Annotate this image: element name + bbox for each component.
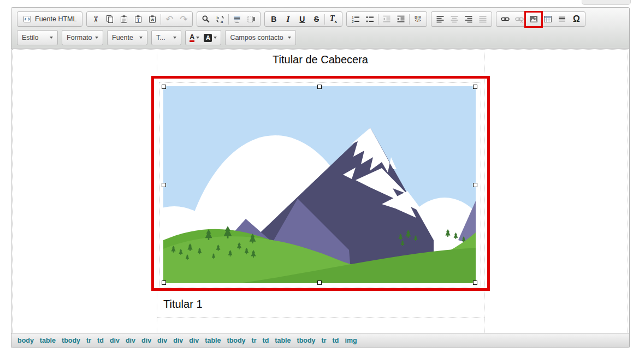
section-title-text[interactable]: Titular 1 xyxy=(163,298,203,311)
copy-button[interactable] xyxy=(103,13,117,26)
path-item-div[interactable]: div xyxy=(189,337,199,344)
div-container-button[interactable]: DIV</> xyxy=(411,13,425,26)
font-dropdown-label: Fuente xyxy=(112,34,133,41)
mountain-landscape-illustration xyxy=(163,86,476,283)
styles-dropdown[interactable]: Estilo xyxy=(17,30,58,45)
resize-handle-bottom-left[interactable] xyxy=(162,281,166,285)
editor-content-area[interactable]: Titular de Cabecera xyxy=(11,49,629,333)
horizontal-rule-button[interactable] xyxy=(555,13,569,26)
align-right-button[interactable] xyxy=(461,13,476,26)
remove-format-button[interactable]: Tx xyxy=(326,13,340,26)
numbered-list-button[interactable]: 12 xyxy=(348,13,363,26)
strikethrough-button[interactable]: S xyxy=(309,13,323,26)
path-item-div[interactable]: div xyxy=(110,337,120,344)
paste-as-text-button[interactable]: T xyxy=(131,13,145,26)
toolbar-separator xyxy=(378,14,378,25)
path-item-table[interactable]: table xyxy=(275,337,291,344)
bold-icon: B xyxy=(271,15,276,23)
cut-icon: ✂ xyxy=(92,16,100,23)
underline-button[interactable]: U xyxy=(295,13,309,26)
resize-handle-top-middle[interactable] xyxy=(317,85,322,89)
source-button[interactable]: Fuente HTML xyxy=(19,13,80,26)
font-dropdown[interactable]: Fuente xyxy=(107,30,147,45)
text-color-button[interactable]: A xyxy=(188,32,201,43)
chevron-down-icon xyxy=(214,37,217,39)
cut-button[interactable]: ✂ xyxy=(88,13,103,26)
path-item-div[interactable]: div xyxy=(126,337,135,344)
resize-handle-top-right[interactable] xyxy=(473,85,477,89)
special-char-button[interactable]: Ω xyxy=(569,13,583,26)
path-item-body[interactable]: body xyxy=(17,337,34,344)
header-title-text[interactable]: Titular de Cabecera xyxy=(157,53,484,66)
italic-button[interactable]: I xyxy=(281,13,295,26)
paste-icon xyxy=(120,15,128,23)
path-item-tbody[interactable]: tbody xyxy=(297,337,316,344)
path-item-table[interactable]: table xyxy=(205,337,221,344)
path-item-tr[interactable]: tr xyxy=(322,337,327,344)
svg-text:a: a xyxy=(221,19,223,23)
chevron-down-icon xyxy=(139,37,143,39)
selected-image[interactable] xyxy=(163,86,476,283)
resize-handle-top-left[interactable] xyxy=(162,85,166,89)
bullet-list-button[interactable] xyxy=(363,13,377,26)
path-item-tbody[interactable]: tbody xyxy=(227,337,245,344)
toolbar-group-basicstyles: B I U S Tx xyxy=(264,11,342,27)
path-item-img[interactable]: img xyxy=(345,337,357,344)
format-dropdown-label: Formato xyxy=(67,34,92,41)
align-left-button[interactable] xyxy=(433,13,447,26)
justify-button[interactable] xyxy=(476,13,490,26)
chevron-down-icon xyxy=(173,37,176,39)
paste-as-text-icon: T xyxy=(134,15,143,23)
templates-button[interactable] xyxy=(244,13,258,26)
outdent-icon xyxy=(382,15,391,23)
resize-handle-bottom-right[interactable] xyxy=(473,281,477,285)
undo-button[interactable]: ↶ xyxy=(162,13,176,26)
resize-handle-middle-right[interactable] xyxy=(473,183,477,187)
link-button[interactable] xyxy=(498,13,512,26)
path-item-td[interactable]: td xyxy=(333,337,339,344)
toolbar-row-2: Estilo Formato Fuente T... A A Campos co… xyxy=(17,30,625,45)
path-item-tr[interactable]: tr xyxy=(252,337,257,344)
resize-handle-middle-left[interactable] xyxy=(162,183,166,187)
svg-text:T: T xyxy=(137,17,140,23)
horizontal-rule-icon xyxy=(558,15,566,23)
select-all-button[interactable] xyxy=(230,13,244,26)
indent-button[interactable] xyxy=(394,13,408,26)
table-button[interactable] xyxy=(541,13,555,26)
outdent-button[interactable] xyxy=(380,13,394,26)
background-color-button[interactable]: A xyxy=(202,33,218,43)
bold-button[interactable]: B xyxy=(267,13,281,26)
toolbar-group-insert: Ω xyxy=(496,11,585,27)
paste-from-word-button[interactable]: W xyxy=(145,13,159,26)
redo-button[interactable]: ↷ xyxy=(176,13,191,26)
strikethrough-icon: S xyxy=(314,15,319,23)
svg-text:2: 2 xyxy=(352,20,354,23)
unlink-button[interactable] xyxy=(512,13,526,26)
path-item-table[interactable]: table xyxy=(40,337,56,344)
paste-button[interactable] xyxy=(117,13,131,26)
svg-text:W: W xyxy=(151,18,155,22)
body-paragraph-text[interactable]: Empieza a personalizar tu mail editando … xyxy=(163,332,487,333)
path-item-div[interactable]: div xyxy=(157,337,167,344)
align-center-button[interactable] xyxy=(447,13,461,26)
resize-handle-bottom-middle[interactable] xyxy=(317,281,322,285)
contact-fields-dropdown[interactable]: Campos contacto xyxy=(225,30,296,45)
search-button[interactable] xyxy=(199,13,213,26)
path-item-td[interactable]: td xyxy=(97,337,104,344)
path-item-div[interactable]: div xyxy=(141,337,151,344)
replace-icon: ba xyxy=(216,15,224,23)
align-right-icon xyxy=(464,15,473,23)
path-item-div[interactable]: div xyxy=(173,337,183,344)
format-dropdown[interactable]: Formato xyxy=(62,30,103,45)
path-item-tbody[interactable]: tbody xyxy=(62,337,80,344)
path-item-td[interactable]: td xyxy=(263,337,269,344)
path-item-tr[interactable]: tr xyxy=(86,337,91,344)
chevron-down-icon xyxy=(196,37,199,39)
source-button-label: Fuente HTML xyxy=(35,15,76,23)
link-icon xyxy=(501,15,510,23)
replace-button[interactable]: ba xyxy=(213,13,227,26)
toolbar-group-find: ba xyxy=(197,11,261,27)
table-icon xyxy=(543,15,552,23)
image-button[interactable] xyxy=(526,13,541,26)
font-size-dropdown[interactable]: T... xyxy=(151,30,181,45)
